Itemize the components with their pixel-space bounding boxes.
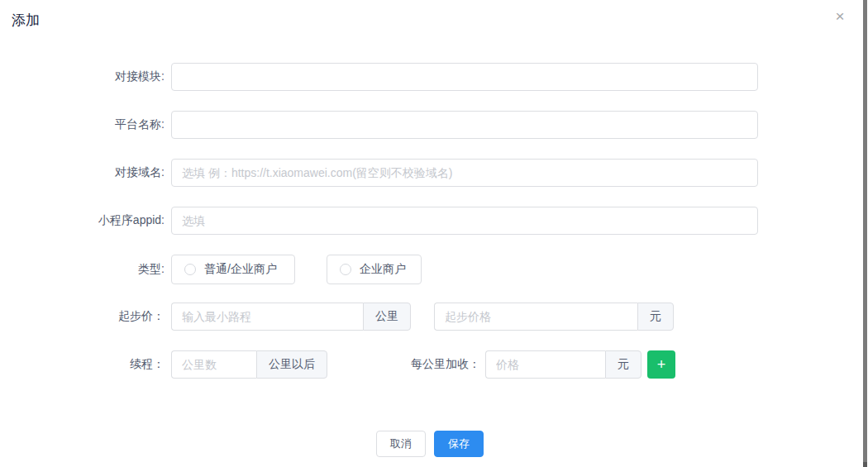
dialog-title: 添加 — [12, 11, 40, 30]
continuation-distance-input[interactable] — [171, 350, 256, 379]
type-label: 类型: — [0, 262, 171, 277]
per-km-price-unit: 元 — [605, 350, 641, 379]
radio-circle-icon — [340, 264, 351, 275]
radio-label: 普通/企业商户 — [204, 262, 277, 277]
add-form: 对接模块: 平台名称: 对接域名: 小程序appid: 类型: 普通/企业商户 — [0, 63, 860, 398]
form-row-module: 对接模块: — [0, 63, 860, 91]
per-km-price-group: 元 — [485, 350, 641, 379]
form-row-platform-name: 平台名称: — [0, 111, 860, 139]
min-distance-group: 公里 — [171, 303, 411, 331]
add-tier-button[interactable]: + — [647, 350, 675, 379]
platform-name-label: 平台名称: — [0, 117, 171, 132]
min-distance-unit: 公里 — [363, 303, 411, 331]
continuation-distance-unit: 公里以后 — [256, 350, 327, 379]
continuation-label: 续程： — [0, 357, 171, 372]
base-price-group: 元 — [434, 303, 674, 331]
base-price-label: 起步价： — [0, 309, 171, 324]
platform-name-input[interactable] — [171, 111, 758, 139]
form-row-domain: 对接域名: — [0, 159, 860, 187]
per-km-surcharge-label: 每公里加收： — [411, 357, 480, 372]
base-price-input[interactable] — [434, 303, 637, 331]
min-distance-input[interactable] — [171, 303, 363, 331]
module-label: 对接模块: — [0, 69, 171, 84]
form-row-base-price: 起步价： 公里 元 — [0, 303, 860, 331]
radio-circle-icon — [184, 264, 196, 275]
appid-label: 小程序appid: — [0, 213, 171, 228]
appid-input[interactable] — [171, 207, 758, 235]
add-dialog: 添加 × 对接模块: 平台名称: 对接域名: 小程序appid: 类型: — [0, 0, 868, 467]
scrollbar-end-cap — [863, 462, 867, 467]
form-row-appid: 小程序appid: — [0, 207, 860, 235]
domain-input[interactable] — [171, 159, 758, 187]
cancel-button[interactable]: 取消 — [376, 431, 426, 457]
form-row-continuation: 续程： 公里以后 每公里加收： 元 + — [0, 350, 860, 379]
domain-label: 对接域名: — [0, 165, 171, 180]
base-price-unit: 元 — [637, 303, 674, 331]
vertical-scrollbar[interactable] — [863, 0, 867, 467]
module-input[interactable] — [171, 63, 758, 91]
continuation-distance-group: 公里以后 — [171, 350, 327, 379]
radio-normal-enterprise-merchant[interactable]: 普通/企业商户 — [171, 255, 295, 284]
per-km-price-input[interactable] — [485, 350, 605, 379]
save-button[interactable]: 保存 — [434, 431, 484, 457]
radio-label: 企业商户 — [360, 262, 406, 277]
dialog-footer: 取消 保存 — [0, 431, 860, 457]
radio-enterprise-merchant[interactable]: 企业商户 — [327, 255, 422, 284]
close-icon[interactable]: × — [830, 7, 850, 26]
form-row-type: 类型: 普通/企业商户 企业商户 — [0, 255, 860, 284]
